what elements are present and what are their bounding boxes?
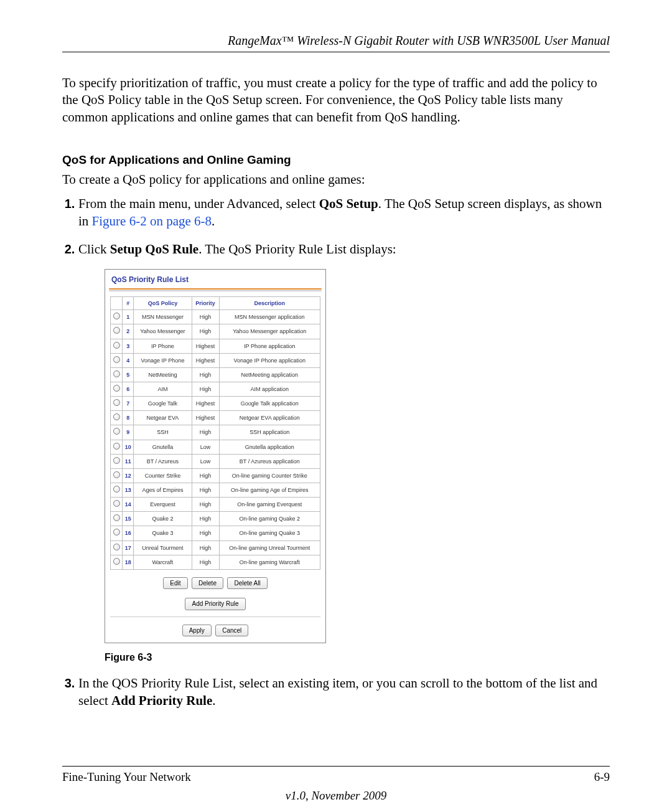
radio-icon[interactable] [113,385,120,392]
table-row[interactable]: 5NetMeetingHighNetMeeting application [111,367,320,382]
row-priority: Low [192,440,219,454]
row-description: On-line gaming Age of Empires [219,483,320,497]
row-priority: High [192,382,219,396]
radio-icon[interactable] [113,327,120,334]
row-priority: High [192,498,219,512]
row-priority: High [192,367,219,382]
table-row[interactable]: 3IP PhoneHighestIP Phone application [111,339,320,353]
row-radio[interactable] [111,540,123,555]
table-row[interactable]: 18WarcraftHighOn-line gaming Warcraft [111,555,320,569]
radio-icon[interactable] [113,544,120,550]
row-radio[interactable] [111,382,123,396]
radio-icon[interactable] [113,443,120,450]
row-description: IP Phone application [219,339,320,353]
radio-icon[interactable] [113,413,120,420]
figure-cross-reference[interactable]: Figure 6-2 on page 6-8 [92,214,212,229]
row-radio[interactable] [111,397,123,411]
row-radio[interactable] [111,483,123,497]
document-header: RangeMax™ Wireless-N Gigabit Router with… [62,34,610,48]
radio-icon[interactable] [113,399,120,406]
table-row[interactable]: 13Ages of EmpiresHighOn-line gaming Age … [111,483,320,497]
radio-icon[interactable] [113,558,120,565]
add-priority-rule-button[interactable]: Add Priority Rule [185,598,245,610]
row-number: 15 [123,512,134,526]
footer-divider [62,766,610,767]
row-policy: Google Talk [134,397,192,411]
row-radio[interactable] [111,454,123,468]
row-radio[interactable] [111,555,123,569]
table-row[interactable]: 14EverquestHighOn-line gaming Everquest [111,498,320,512]
radio-icon[interactable] [113,313,120,319]
table-row[interactable]: 1MSN MessengerHighMSN Messenger applicat… [111,310,320,324]
row-policy: Gnutella [134,440,192,454]
footer-version: v1.0, November 2009 [62,789,610,803]
row-priority: High [192,483,219,497]
row-description: Netgear EVA application [219,411,320,425]
delete-all-button[interactable]: Delete All [227,577,267,590]
col-radio [111,297,123,310]
row-description: On-line gaming Unreal Tourment [219,540,320,555]
table-row[interactable]: 7Google TalkHighestGoogle Talk applicati… [111,397,320,411]
table-row[interactable]: 12Counter StrikeHighOn-line gaming Count… [111,468,320,483]
table-row[interactable]: 17Unreal TourmentHighOn-line gaming Unre… [111,540,320,555]
row-description: Vonage IP Phone application [219,353,320,367]
step-1: From the main menu, under Advanced, sele… [78,195,610,230]
delete-button[interactable]: Delete [192,577,223,590]
table-row[interactable]: 2Yahoo MessengerHighYahoo Messenger appl… [111,324,320,339]
row-radio[interactable] [111,324,123,339]
radio-icon[interactable] [113,529,120,536]
radio-icon[interactable] [113,457,120,464]
row-radio[interactable] [111,339,123,353]
row-number: 16 [123,526,134,540]
row-number: 11 [123,454,134,468]
cancel-button[interactable]: Cancel [215,625,248,637]
row-radio[interactable] [111,498,123,512]
col-policy: QoS Policy [134,297,192,310]
table-row[interactable]: 15Quake 2HighOn-line gaming Quake 2 [111,512,320,526]
header-divider [62,52,610,52]
radio-icon[interactable] [113,342,120,349]
radio-icon[interactable] [113,428,120,435]
table-row[interactable]: 8Netgear EVAHighestNetgear EVA applicati… [111,411,320,425]
row-policy: Vonage IP Phone [134,353,192,367]
row-policy: SSH [134,425,192,440]
row-priority: Low [192,454,219,468]
row-policy: BT / Azureus [134,454,192,468]
table-row[interactable]: 10GnutellaLowGnutella application [111,440,320,454]
table-row[interactable]: 6AIMHighAIM application [111,382,320,396]
row-radio[interactable] [111,310,123,324]
step-2: Click Setup QoS Rule. The QoS Priority R… [78,240,610,664]
row-radio[interactable] [111,526,123,540]
row-number: 14 [123,498,134,512]
radio-icon[interactable] [113,370,120,377]
row-radio[interactable] [111,353,123,367]
row-radio[interactable] [111,367,123,382]
radio-icon[interactable] [113,500,120,507]
row-radio[interactable] [111,468,123,483]
row-policy: Quake 2 [134,512,192,526]
edit-button[interactable]: Edit [163,577,187,590]
row-priority: High [192,555,219,569]
col-priority: Priority [192,297,219,310]
table-row[interactable]: 11BT / AzureusLowBT / Azureus applicatio… [111,454,320,468]
row-number: 6 [123,382,134,396]
row-radio[interactable] [111,512,123,526]
row-policy: Yahoo Messenger [134,324,192,339]
row-radio[interactable] [111,411,123,425]
row-number: 7 [123,397,134,411]
row-radio[interactable] [111,440,123,454]
table-row[interactable]: 9SSHHighSSH application [111,425,320,440]
row-policy: IP Phone [134,339,192,353]
row-description: AIM application [219,382,320,396]
row-radio[interactable] [111,425,123,440]
radio-icon[interactable] [113,514,120,521]
row-description: BT / Azureus application [219,454,320,468]
radio-icon[interactable] [113,471,120,478]
radio-icon[interactable] [113,486,120,493]
table-row[interactable]: 4Vonage IP PhoneHighestVonage IP Phone a… [111,353,320,367]
row-description: On-line gaming Everquest [219,498,320,512]
row-policy: AIM [134,382,192,396]
table-row[interactable]: 16Quake 3HighOn-line gaming Quake 3 [111,526,320,540]
radio-icon[interactable] [113,356,120,363]
apply-button[interactable]: Apply [182,625,212,637]
